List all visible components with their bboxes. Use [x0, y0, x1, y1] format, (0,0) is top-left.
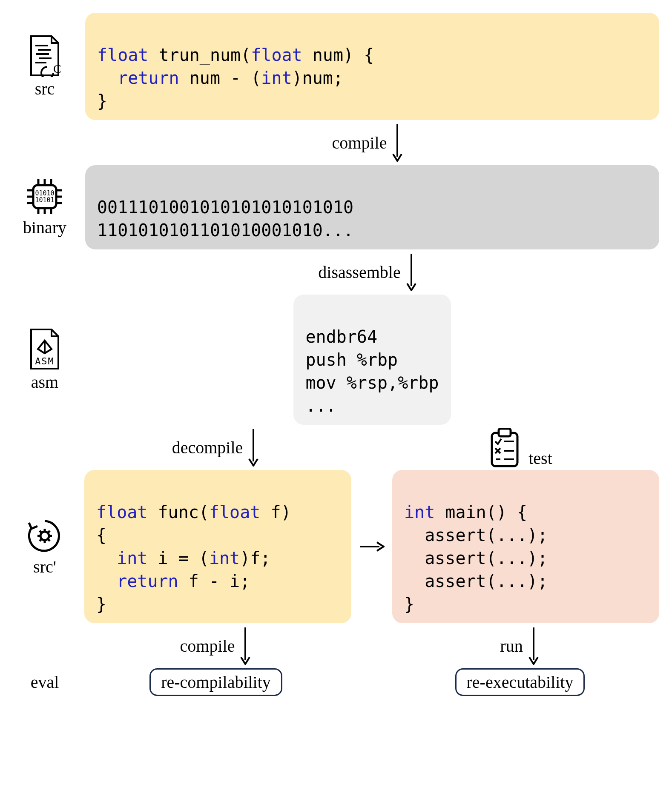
- svg-text:ASM: ASM: [35, 356, 55, 367]
- srcprime-label: src': [33, 557, 56, 577]
- arrow-down-icon: [405, 253, 418, 291]
- asm-code: endbr64 push %rbp mov %rsp,%rbp ...: [293, 295, 451, 425]
- row-eval-arrows: compile run: [13, 623, 659, 668]
- svg-line-37: [48, 539, 50, 541]
- source-file-icon: C: [28, 34, 62, 77]
- row-decompile-header: decompile test: [13, 425, 659, 470]
- row-eval: eval re-compilability re-executability: [13, 668, 659, 696]
- arrow-down-icon: [527, 627, 540, 665]
- run-label: run: [500, 636, 523, 656]
- arrow-disassemble: disassemble: [77, 253, 659, 291]
- label-binary: 01010 10101 binary: [13, 178, 77, 238]
- arrow-right-icon: [359, 540, 385, 553]
- arrow-compile2: compile: [77, 627, 355, 665]
- arrow-down-icon: [247, 428, 260, 467]
- label-eval: eval: [13, 672, 77, 692]
- svg-point-31: [40, 532, 49, 540]
- recompilability-box: re-compilability: [149, 668, 282, 696]
- decompile-label: decompile: [172, 438, 243, 458]
- recycle-gear-icon: [26, 517, 64, 555]
- srcprime-code: float func(float f) { int i = (int)f; re…: [84, 470, 351, 623]
- src-code: float trun_num(float num) { return num -…: [85, 13, 659, 120]
- arrow-down-icon: [391, 123, 404, 162]
- asm-file-icon: ASM: [28, 328, 62, 370]
- eval-label: eval: [31, 672, 59, 692]
- test-code: int main() { assert(...); assert(...); a…: [392, 470, 659, 623]
- binary-code: 0011101001010101010101010 11010101011010…: [85, 165, 659, 249]
- label-src: C src: [13, 34, 77, 99]
- arrow-down-icon: [239, 627, 252, 665]
- arrow-run: run: [381, 627, 659, 665]
- clipboard-icon: [488, 428, 522, 468]
- arrow-decompile: decompile: [77, 428, 355, 467]
- compile-label: compile: [332, 133, 387, 153]
- label-srcprime: src': [13, 517, 77, 577]
- binary-label: binary: [23, 218, 66, 238]
- row-asm: ASM asm endbr64 push %rbp mov %rsp,%rbp …: [13, 295, 659, 425]
- svg-line-36: [40, 531, 41, 533]
- arrow-compile: compile: [77, 123, 659, 162]
- disassemble-label: disassemble: [318, 262, 400, 282]
- chip-icon: 01010 10101: [26, 178, 64, 216]
- src-label: src: [35, 79, 55, 99]
- reexecutability-box: re-executability: [455, 668, 585, 696]
- compile2-label: compile: [180, 636, 235, 656]
- asm-label: asm: [31, 372, 58, 392]
- row-binary: 01010 10101 binary 001110100101010101010…: [13, 165, 659, 249]
- row-srcprime: src' float func(float f) { int i = (int)…: [13, 470, 659, 623]
- svg-text:C: C: [53, 62, 61, 75]
- svg-text:10101: 10101: [35, 196, 54, 204]
- svg-line-38: [48, 531, 50, 533]
- svg-rect-26: [499, 429, 511, 436]
- label-asm: ASM asm: [13, 328, 77, 392]
- svg-line-39: [40, 539, 41, 541]
- row-src: C src float trun_num(float num) { return…: [13, 13, 659, 120]
- test-label: test: [528, 448, 552, 468]
